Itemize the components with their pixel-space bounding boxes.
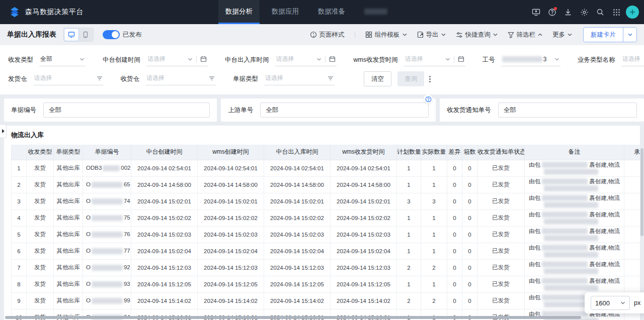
doc-number-cell: O65 <box>83 176 131 193</box>
table-row[interactable]: 2发货其他出库O652024-09-14 14:58:002024-09-14 … <box>12 176 640 193</box>
cell: 1 <box>397 243 421 259</box>
carrier-cell <box>624 243 640 259</box>
business-type-select[interactable]: 请选择 <box>621 53 644 66</box>
table-row[interactable]: 9发货其他出库O992024-09-14 15:14:022024-09-14 … <box>12 292 640 309</box>
vertical-scrollbar[interactable] <box>640 148 643 236</box>
new-card-dropdown-button[interactable] <box>623 28 636 42</box>
help-icon[interactable] <box>545 6 558 19</box>
cell: 2024-09-14 15:14:02 <box>331 292 397 309</box>
calendar-icon[interactable] <box>458 56 464 62</box>
mobile-mode-button[interactable] <box>78 29 93 41</box>
chevron-up-icon <box>538 33 542 36</box>
table-row[interactable]: 5发货其他出库O762024-09-14 15:02:032024-09-14 … <box>12 226 640 243</box>
clear-button[interactable]: 清空 <box>364 71 391 86</box>
cell: 2024-09-14 14:58:00 <box>198 176 264 193</box>
upstream-number-card: 上游单号 <box>221 98 436 122</box>
upstream-number-input[interactable] <box>260 102 429 118</box>
cell: 2024-09-14 15:02:03 <box>331 226 397 243</box>
table-row[interactable]: 1发货其他出库ODB30022024-09-14 02:54:012024-09… <box>12 160 640 176</box>
cell: 已发货 <box>477 176 525 193</box>
table-row[interactable]: 3发货其他出库O742024-09-14 15:02:012024-09-14 … <box>12 193 640 209</box>
notice-number-input[interactable] <box>498 102 637 118</box>
report-title: 单据出入库报表 <box>7 30 56 39</box>
cell: 2 <box>397 292 421 309</box>
nav-tab[interactable]: 数据准备 <box>311 0 352 24</box>
new-card-split-button: 新建卡片 <box>583 27 637 42</box>
nav-tab[interactable] <box>357 0 394 24</box>
cell: 2024-09-14 15:12:05 <box>198 276 264 292</box>
filter-collapse-handle[interactable] <box>0 124 7 138</box>
publish-screen-icon[interactable] <box>529 6 542 19</box>
cell: 2024-09-14 15:02:02 <box>264 209 331 226</box>
ship-warehouse-select[interactable]: 请选择 <box>33 72 104 85</box>
width-select[interactable]: 1600 <box>591 296 630 310</box>
page-style-button[interactable]: 页面样式 <box>310 31 345 39</box>
cell: 0 <box>447 243 462 259</box>
help-circle-icon[interactable] <box>424 94 433 103</box>
cell: 2024-09-14 15:02:04 <box>331 243 397 259</box>
cell: 0 <box>462 193 477 209</box>
quick-query-button[interactable]: 快捷查询 <box>456 31 498 39</box>
mobile-icon <box>82 31 89 38</box>
remark-cell: 由包裹创建,物流 <box>525 243 624 259</box>
report-toolbar: 单据出入库报表 已发布 页面样式 组件模板 导出 快捷查询 <box>0 24 644 45</box>
cell: 0 <box>447 276 462 292</box>
cell: 2024-09-14 15:02:02 <box>331 209 397 226</box>
column-header: 承运商编号 <box>624 145 640 160</box>
export-button[interactable]: 导出 <box>417 31 446 39</box>
mid-create-time-select[interactable]: 请选择 <box>146 53 208 66</box>
table-row[interactable]: 4发货其他出库O752024-09-14 15:02:022024-09-14 … <box>12 209 640 226</box>
nav-tab[interactable]: 数据应用 <box>265 0 306 24</box>
cell: 2024-09-14 15:02:01 <box>331 193 397 209</box>
cell: 2024-09-14 02:54:01 <box>264 160 331 176</box>
nav-tab[interactable]: 数据分析 <box>218 0 260 24</box>
filter-ship-warehouse: 发货仓 请选择 <box>8 72 104 85</box>
carrier-cell <box>624 176 640 193</box>
settings-icon[interactable] <box>578 6 591 19</box>
query-button[interactable]: 查询 <box>397 71 424 86</box>
cell: 0 <box>447 292 462 309</box>
cell: 发货 <box>27 160 54 176</box>
cell: 0 <box>447 209 462 226</box>
publish-toggle[interactable] <box>103 30 120 39</box>
more-button[interactable]: 更多 <box>552 31 572 39</box>
employee-id-select[interactable]: 3 <box>501 53 560 66</box>
table-row[interactable]: 7发货其他出库O922024-09-14 15:12:032024-09-14 … <box>12 259 640 276</box>
calendar-icon[interactable] <box>329 56 336 62</box>
cell: 1 <box>397 160 421 176</box>
cell: 2 <box>12 176 27 193</box>
doc-number-cell: O93 <box>83 276 131 292</box>
calendar-icon[interactable] <box>200 56 207 62</box>
table-row[interactable]: 8发货其他出库O932024-09-14 15:12:052024-09-14 … <box>12 276 640 292</box>
cell: 2024-09-14 15:02:04 <box>198 243 264 259</box>
column-header: 计划数量 <box>397 145 421 160</box>
receive-warehouse-select[interactable]: 请选择 <box>145 72 216 85</box>
wms-time-select[interactable]: 请选择 <box>404 53 465 66</box>
carrier-cell <box>624 259 640 276</box>
filter-bar-button[interactable]: 筛选栏 <box>508 31 543 39</box>
cell: 已发货 <box>477 243 525 259</box>
chevron-down-icon <box>316 58 321 61</box>
horizontal-scrollbar[interactable] <box>5 316 581 319</box>
table-row[interactable]: 6发货其他出库O772024-09-14 15:02:042024-09-14 … <box>12 243 640 259</box>
doc-type-select[interactable]: 请选择 <box>264 72 335 85</box>
logistics-table-card: 物流出入库 收发类型单据类型单据编号中台创建时间wms创建时间中台出入库时间wm… <box>4 126 640 320</box>
apps-grid-icon[interactable] <box>610 6 623 19</box>
carrier-cell <box>624 193 640 209</box>
new-card-button[interactable]: 新建卡片 <box>584 28 623 42</box>
more-options-kebab-icon[interactable] <box>429 76 431 82</box>
chevron-down-icon <box>441 33 446 36</box>
mid-inout-time-select[interactable]: 请选择 <box>275 53 337 66</box>
desktop-mode-button[interactable] <box>64 29 78 41</box>
remark-cell: 由包裹创建,物流 <box>525 276 624 292</box>
cell: 已发货 <box>477 209 525 226</box>
search-icon[interactable] <box>594 6 607 19</box>
receive-send-type-select[interactable]: 全部 <box>39 53 86 66</box>
avatar[interactable] <box>626 6 639 19</box>
download-icon[interactable] <box>561 6 575 19</box>
doc-number-input[interactable] <box>43 102 210 118</box>
filter-row-2: 发货仓 请选择 收货仓 请选择 单据类型 请选择 清空 查询 <box>8 69 636 88</box>
component-template-button[interactable]: 组件模板 <box>365 31 407 39</box>
carrier-cell <box>624 209 640 226</box>
cell: 2024-09-14 15:14:02 <box>198 292 264 309</box>
